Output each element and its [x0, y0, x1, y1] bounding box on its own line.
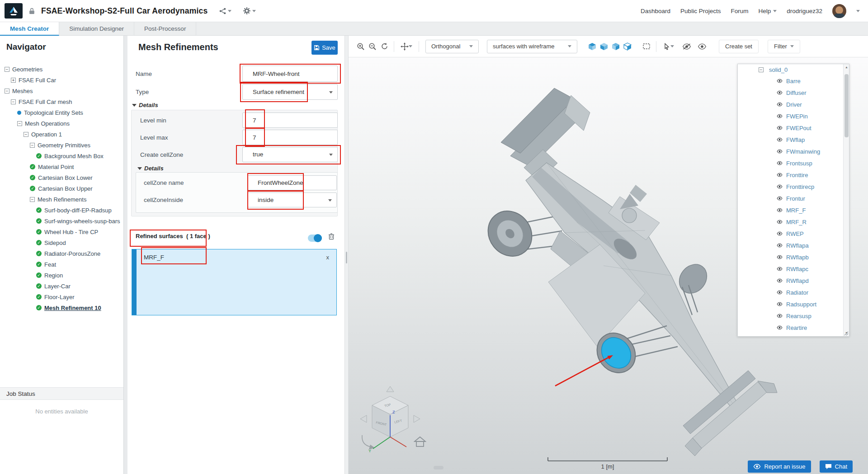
tree-item-icon[interactable]	[36, 251, 42, 256]
settings-button[interactable]	[243, 7, 256, 14]
visibility-eye-icon[interactable]	[777, 243, 783, 248]
view-preset-1-button[interactable]	[586, 40, 598, 53]
top-nav-link[interactable]: Dashboard	[641, 8, 670, 14]
visibility-eye-icon[interactable]	[777, 314, 783, 318]
tree-item-icon[interactable]	[36, 272, 42, 278]
tree-item-icon[interactable]	[36, 207, 42, 213]
scene-tree-item[interactable]: Diffuser	[738, 87, 843, 99]
create-cellzone-select[interactable]: true	[242, 147, 338, 162]
account-chevron-icon[interactable]	[856, 10, 860, 12]
scene-tree-item[interactable]: Radsupport	[738, 298, 843, 310]
tree-item-icon[interactable]	[36, 153, 42, 159]
delete-selection-button[interactable]	[327, 231, 336, 242]
tree-item[interactable]: Topological Entity Sets	[0, 107, 123, 118]
splitter-grip[interactable]	[346, 252, 347, 263]
tree-item-icon[interactable]	[24, 132, 28, 137]
tree-item-icon[interactable]	[5, 67, 9, 72]
tree-item-icon[interactable]	[36, 262, 42, 267]
visibility-eye-icon[interactable]	[777, 102, 783, 107]
tree-item-icon[interactable]	[30, 164, 35, 169]
tree-item[interactable]: Cartesian Box Upper	[0, 183, 123, 194]
visibility-eye-icon[interactable]	[777, 161, 783, 165]
tree-item[interactable]: Mesh Operations	[0, 118, 123, 129]
scene-tree-item[interactable]: FWEPout	[738, 122, 843, 134]
visibility-eye-icon[interactable]	[777, 325, 783, 330]
remove-face-button[interactable]: x	[326, 254, 330, 261]
tree-item-icon[interactable]	[36, 218, 42, 224]
zoom-in-button[interactable]	[355, 40, 367, 53]
visibility-eye-icon[interactable]	[777, 149, 783, 154]
create-set-button[interactable]: Create set	[719, 40, 759, 53]
cursor-select-button[interactable]	[660, 40, 677, 53]
tree-item-icon[interactable]	[36, 294, 42, 300]
level-max-input[interactable]	[242, 130, 338, 145]
workbench-tab[interactable]: Post-Processor	[134, 22, 196, 36]
view-preset-2-button[interactable]	[598, 40, 610, 53]
workbench-tab[interactable]: Mesh Creator	[0, 22, 59, 36]
scene-tree-item[interactable]: Fronttire	[738, 169, 843, 181]
visibility-eye-icon[interactable]	[777, 255, 783, 259]
workbench-tab[interactable]: Simulation Designer	[59, 22, 134, 36]
tree-item[interactable]: Meshes	[0, 85, 123, 96]
filter-button[interactable]: Filter	[768, 40, 800, 53]
scene-tree-item[interactable]: RWflapa	[738, 239, 843, 251]
tree-item[interactable]: Background Mesh Box	[0, 150, 123, 161]
zoom-out-button[interactable]	[367, 40, 378, 53]
tree-item[interactable]: Radiator-PorousZone	[0, 248, 123, 259]
tree-item[interactable]: Geometry Primitives	[0, 140, 123, 150]
reset-view-button[interactable]	[378, 40, 390, 53]
pan-tool-button[interactable]	[398, 40, 415, 53]
visibility-eye-icon[interactable]	[777, 173, 783, 177]
tree-item[interactable]: Region	[0, 270, 123, 281]
cellzone-inside-select[interactable]: inside	[247, 192, 337, 207]
collapse-icon[interactable]	[759, 67, 764, 72]
scene-tree-item[interactable]: Driver	[738, 99, 843, 110]
tree-item-icon[interactable]	[30, 175, 35, 180]
rotate-up-arrow[interactable]	[387, 386, 394, 392]
visibility-eye-icon[interactable]	[777, 114, 783, 118]
scene-tree-item[interactable]: Radiator	[738, 286, 843, 298]
type-select[interactable]: Surface refinement	[242, 84, 338, 100]
tree-item-icon[interactable]	[36, 283, 42, 289]
rotate-left-arrow[interactable]	[360, 415, 367, 422]
top-nav-link[interactable]: Forum	[731, 8, 748, 14]
scene-tree-item[interactable]: RWflapb	[738, 251, 843, 263]
top-nav-link[interactable]: Public Projects	[680, 8, 721, 14]
tree-item[interactable]: Sidepod	[0, 237, 123, 248]
visibility-eye-icon[interactable]	[777, 137, 783, 142]
scene-tree-item[interactable]: FWEPin	[738, 110, 843, 122]
tree-item[interactable]: Wheel Hub - Tire CP	[0, 226, 123, 237]
viewport-scrollbar-nub[interactable]	[434, 466, 443, 469]
visibility-eye-icon[interactable]	[777, 126, 783, 130]
scene-tree-item[interactable]: RWEP	[738, 228, 843, 239]
scene-tree-item[interactable]: Barre	[738, 75, 843, 87]
visibility-eye-icon[interactable]	[777, 290, 783, 295]
tree-item[interactable]: Cartesian Box Lower	[0, 172, 123, 183]
avatar[interactable]	[832, 4, 846, 18]
rotate-right-arrow[interactable]	[414, 415, 420, 422]
job-status-header[interactable]: Job Status	[0, 387, 123, 400]
top-nav-link[interactable]: Help	[758, 8, 777, 14]
show-entity-button[interactable]	[696, 40, 708, 53]
tree-item-icon[interactable]	[17, 111, 21, 115]
tree-item-icon[interactable]	[5, 89, 9, 94]
tree-item[interactable]: Mesh Refinement 10	[0, 302, 123, 313]
tree-item[interactable]: Surf-body-diff-EP-Radsup	[0, 205, 123, 216]
scene-tree-item[interactable]: Fronttirecp	[738, 181, 843, 192]
tree-item[interactable]: Operation 1	[0, 129, 123, 140]
scene-tree-item[interactable]: Frontsusp	[738, 157, 843, 169]
tree-item-icon[interactable]	[11, 78, 16, 83]
visibility-eye-icon[interactable]	[777, 196, 783, 201]
tree-item[interactable]: FSAE Full Car mesh	[0, 96, 123, 107]
scrollbar-thumb[interactable]	[844, 74, 849, 137]
tree-item[interactable]: FSAE Full Car	[0, 75, 123, 85]
projection-select[interactable]: Orthogonal	[425, 40, 479, 53]
cellzone-name-input[interactable]	[247, 175, 337, 190]
tree-item-icon[interactable]	[30, 186, 35, 191]
visibility-eye-icon[interactable]	[777, 278, 783, 283]
render-mode-select[interactable]: surfaces with wireframe	[487, 40, 577, 53]
tree-item-icon[interactable]	[36, 229, 42, 235]
car-model[interactable]	[479, 88, 777, 456]
tree-item[interactable]: Surf-wings-wheels-susp-bars	[0, 216, 123, 226]
selection-toggle[interactable]	[308, 235, 322, 242]
